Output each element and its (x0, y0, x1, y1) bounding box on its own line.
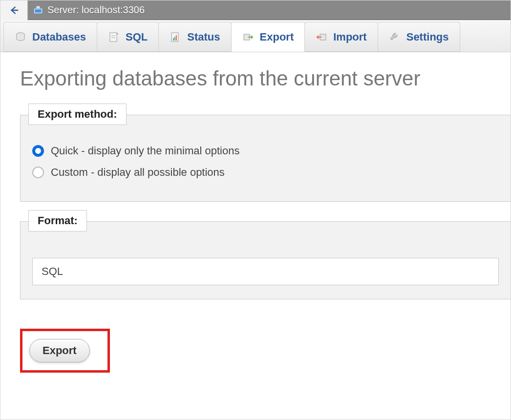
radio-icon (32, 167, 44, 178)
database-icon (15, 31, 26, 43)
svg-rect-5 (110, 33, 117, 42)
tab-import[interactable]: Import (304, 22, 378, 52)
tab-label: Databases (32, 31, 86, 43)
server-label: Server: localhost:3306 (47, 4, 145, 16)
radio-label: Custom - display all possible options (51, 166, 225, 179)
svg-rect-11 (176, 35, 177, 41)
export-button-highlight: Export (20, 329, 110, 373)
tab-strip: Databases SQL Status Export Import (0, 20, 511, 52)
import-icon (316, 31, 327, 43)
svg-rect-3 (36, 6, 40, 8)
svg-rect-10 (174, 37, 175, 41)
tab-label: Import (333, 31, 366, 43)
tab-label: Status (187, 31, 220, 43)
export-method-legend: Export method: (28, 104, 127, 125)
page-title: Exporting databases from the current ser… (20, 67, 511, 90)
sql-icon (108, 31, 120, 43)
radio-quick[interactable]: Quick - display only the minimal options (32, 145, 499, 157)
format-select[interactable]: SQL (32, 258, 499, 285)
wrench-icon (389, 31, 401, 43)
svg-rect-9 (173, 38, 174, 41)
radio-custom[interactable]: Custom - display all possible options (32, 166, 499, 179)
tab-label: SQL (126, 31, 148, 43)
tab-label: Settings (406, 31, 449, 43)
tab-export[interactable]: Export (231, 22, 305, 52)
arrow-left-icon (9, 5, 20, 16)
format-legend: Format: (28, 210, 87, 231)
radio-label: Quick - display only the minimal options (51, 145, 239, 157)
export-icon (242, 31, 254, 43)
radio-icon (32, 145, 44, 157)
svg-rect-2 (35, 9, 42, 12)
format-selected: SQL (42, 265, 63, 277)
server-bar: Server: localhost:3306 (0, 0, 511, 20)
status-icon (170, 31, 181, 43)
tab-databases[interactable]: Databases (3, 22, 97, 52)
export-button[interactable]: Export (29, 339, 90, 362)
format-fieldset: Format: SQL (20, 221, 511, 299)
tab-status[interactable]: Status (158, 22, 231, 52)
export-method-fieldset: Export method: Quick - display only the … (20, 115, 511, 202)
back-button[interactable] (0, 0, 28, 20)
main-content: Exporting databases from the current ser… (0, 52, 511, 373)
server-icon (33, 5, 43, 16)
tab-settings[interactable]: Settings (378, 22, 460, 52)
tab-sql[interactable]: SQL (97, 22, 159, 52)
tab-label: Export (260, 31, 294, 43)
